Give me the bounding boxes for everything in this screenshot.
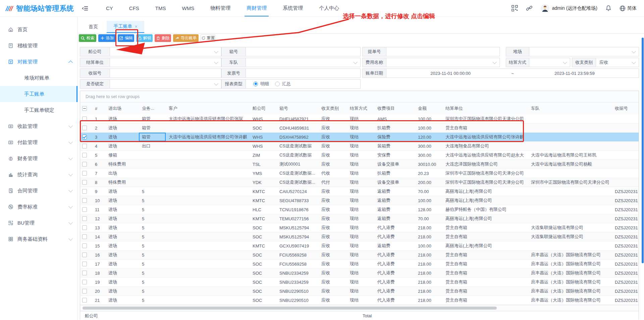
column-header-business-type[interactable]: 业务... <box>139 102 166 115</box>
cell-business-type[interactable] <box>139 169 166 178</box>
table-row[interactable]: 16进场5SOCFCIU5569258应收现结代入港费218.00货主自有箱庶丰… <box>80 250 639 260</box>
filter-input-receipt-no[interactable] <box>110 68 221 78</box>
cell-revenue-type[interactable]: 应收 <box>318 151 347 159</box>
cell-customer[interactable] <box>166 232 250 241</box>
cell-customer[interactable]: 大连中远海运物流供应链有限公司张诗麒 <box>166 133 250 141</box>
cell-fleet[interactable] <box>528 169 612 178</box>
sidebar-subitem-yard-reconcile-bill[interactable]: 堆场对账单 <box>0 70 77 86</box>
horizontal-scrollbar[interactable] <box>80 305 639 311</box>
cell-container-no[interactable]: TCNU1918676 <box>276 205 318 214</box>
row-checkbox[interactable] <box>82 253 87 257</box>
cell-container-no[interactable]: SEGU4788733 <box>276 196 318 205</box>
cell-business-type[interactable]: 5 <box>139 214 166 223</box>
sidebar-subitem-manual-bill[interactable]: 手工账单 <box>0 86 77 102</box>
reset-button[interactable]: 重置 <box>201 34 215 42</box>
cell-amount[interactable]: 70.00 <box>415 187 442 196</box>
cell-receipt-no[interactable]: DZSJ20231 <box>612 241 639 250</box>
cell-fleet[interactable]: 庶丰昌运（大连）国际物流有限公司 <box>528 250 612 259</box>
cell-business-type[interactable]: 5 <box>139 187 166 196</box>
nav-item-cfs[interactable]: CFS <box>121 0 147 16</box>
cell-fleet[interactable]: 大连中远海运物流有限公司杨毅 <box>528 160 612 169</box>
cell-customer[interactable] <box>166 214 250 223</box>
cell-ship-company[interactable]: TSL <box>250 160 276 169</box>
cell-revenue-type[interactable]: 应收 <box>318 296 347 305</box>
cell-settlement-method[interactable]: 现结 <box>347 269 374 277</box>
cell-settlement-method[interactable]: 现结 <box>347 232 374 241</box>
sidebar-collapse-icon[interactable] <box>82 5 89 11</box>
column-header-settlement-unit[interactable]: 结算单位 <box>442 102 528 115</box>
cell-row-index[interactable]: 2 <box>92 124 105 132</box>
cell-settlement-unit[interactable]: 大连海翔食品有限公司 <box>442 142 528 150</box>
cell-amount[interactable]: 218.00 <box>415 278 442 286</box>
cell-fee-item[interactable]: 返箱费 <box>374 196 415 205</box>
cell-revenue-type[interactable]: 应收 <box>318 250 347 259</box>
cell-settlement-method[interactable]: 现结 <box>347 151 374 159</box>
date-to[interactable]: 2023-11-01 23:59:59 <box>514 71 635 76</box>
cell-customer[interactable] <box>166 196 250 205</box>
cell-revenue-type[interactable]: 应收 <box>318 269 347 277</box>
filter-input-bl-no[interactable] <box>386 47 500 56</box>
cell-ship-company[interactable]: SOC <box>250 260 276 268</box>
cell-in-out-yard[interactable]: 进场 <box>105 269 139 277</box>
cell-receipt-no[interactable]: DZSJ20231 <box>612 205 639 214</box>
cell-fleet[interactable]: 深圳市中正国际物流有限公司天津分公司 <box>528 178 612 187</box>
sidebar-item-business-base-data[interactable]: 商务基础资料 <box>0 231 77 247</box>
cell-amount[interactable]: 20.23 <box>415 169 442 178</box>
cell-row-index[interactable]: 20 <box>92 287 105 295</box>
cell-revenue-type[interactable]: 应收 <box>318 223 347 232</box>
cell-fee-item[interactable]: 代入港费 <box>374 260 415 268</box>
cell-revenue-type[interactable]: 应收 <box>318 187 347 196</box>
row-checkbox[interactable] <box>82 180 87 185</box>
cell-revenue-type[interactable]: 应收 <box>318 196 347 205</box>
cell-settlement-unit[interactable]: 大连中远海运物流供应链有限公司张诗麒 <box>442 133 528 141</box>
cell-in-out-yard[interactable]: 进场 <box>105 260 139 268</box>
cell-revenue-type[interactable]: 应收 <box>318 214 347 223</box>
date-from[interactable]: 2023-11-01 00:00:00 <box>390 71 511 76</box>
cell-business-type[interactable]: 5 <box>139 241 166 250</box>
cell-revenue-type[interactable]: 应收 <box>318 160 347 169</box>
sidebar-item-contract-mgmt[interactable]: 合同管理 <box>0 183 77 199</box>
cell-settlement-unit[interactable]: 高丽海运(上海)有限公司 <box>442 241 528 250</box>
cell-settlement-method[interactable]: 现结 <box>347 169 374 178</box>
cell-fleet[interactable] <box>528 214 612 223</box>
cell-customer[interactable] <box>166 287 250 295</box>
cell-business-type[interactable]: 5 <box>139 260 166 268</box>
sidebar-item-statistics-query[interactable]: 统计查询 <box>0 167 77 183</box>
cell-revenue-type[interactable]: 代收 <box>318 169 347 178</box>
row-checkbox[interactable] <box>82 298 87 303</box>
cell-ship-company[interactable]: SOC <box>250 223 276 232</box>
cell-settlement-unit[interactable]: 深圳市中正国际物流有限公司天津分公司 <box>442 178 528 187</box>
cell-amount[interactable]: 218.00 <box>415 269 442 277</box>
table-row[interactable]: 11进场5HLCTCNU1918676应收现结返箱费128.00赫伯罗特船务（中… <box>80 205 639 214</box>
cell-row-index[interactable]: 13 <box>92 223 105 232</box>
row-checkbox[interactable] <box>82 171 87 176</box>
cell-container-no[interactable]: CS这是测试数据... <box>276 178 318 187</box>
cell-business-type[interactable]: 5 <box>139 269 166 277</box>
cell-container-no[interactable]: SNBU2334259 <box>276 278 318 286</box>
nav-item-system-mgmt[interactable]: 系统管理 <box>275 0 311 16</box>
cell-settlement-unit[interactable]: 货主自有箱 <box>442 260 528 268</box>
cell-fee-item[interactable]: 代入港费 <box>374 296 415 305</box>
table-row[interactable]: 17进场5SOCFCIU5569258应收现结代入港费218.00货主自有箱庶丰… <box>80 260 639 269</box>
cell-receipt-no[interactable]: DZSJ20231 <box>612 232 639 241</box>
tab-home[interactable]: 首页 <box>80 21 106 33</box>
cell-amount[interactable]: 128.00 <box>415 205 442 214</box>
filter-select-revenue-type[interactable]: 应收 <box>596 58 639 67</box>
cell-settlement-method[interactable]: 现结 <box>347 178 374 187</box>
cell-in-out-yard[interactable]: 进场 <box>105 278 139 286</box>
cell-receipt-no[interactable] <box>612 151 639 159</box>
cell-ship-company[interactable]: SOC <box>250 296 276 305</box>
cell-in-out-yard[interactable]: 出场 <box>105 169 139 178</box>
cell-row-index[interactable]: 3 <box>92 133 105 141</box>
cell-customer[interactable]: 大连中远海运物流供应链有限公司张琛 <box>166 115 250 123</box>
cell-customer[interactable] <box>166 296 250 305</box>
cell-in-out-yard[interactable]: 进场 <box>105 187 139 196</box>
cell-business-type[interactable]: 5 <box>139 232 166 241</box>
cell-settlement-method[interactable]: 现结 <box>347 250 374 259</box>
cell-fee-item[interactable]: 代入港费 <box>374 278 415 286</box>
cell-in-out-yard[interactable]: 进场 <box>105 196 139 205</box>
cell-amount[interactable]: 120.00 <box>415 133 442 141</box>
cell-business-type[interactable]: 5 <box>139 196 166 205</box>
cell-container-no[interactable]: FCIU5569258 <box>276 260 318 268</box>
sidebar-item-bu-mgmt[interactable]: BU管理 <box>0 215 77 231</box>
